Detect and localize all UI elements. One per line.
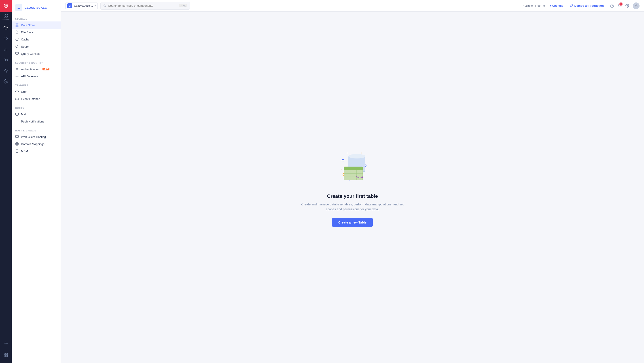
- authentication-label: Authentication: [21, 67, 39, 71]
- sidebar-item-query-console[interactable]: Query Console: [12, 50, 60, 57]
- svg-rect-15: [6, 354, 8, 355]
- sidebar-item-search[interactable]: Search: [12, 43, 60, 50]
- notify-section-label: NOTIFY: [12, 107, 60, 111]
- help-icon[interactable]: [610, 4, 614, 8]
- rail-item-services[interactable]: Services: [0, 12, 12, 22]
- svg-rect-23: [16, 52, 18, 54]
- svg-rect-45: [342, 159, 344, 161]
- rail-item-cloud[interactable]: [0, 22, 12, 33]
- svg-rect-1: [6, 14, 8, 15]
- sidebar-item-authentication[interactable]: Authentication NEW: [12, 65, 60, 73]
- svg-text:+: +: [346, 151, 348, 155]
- svg-rect-30: [16, 135, 18, 137]
- sidebar-item-mail[interactable]: Mail: [12, 111, 60, 118]
- svg-point-21: [16, 45, 18, 48]
- svg-rect-35: [16, 150, 18, 152]
- empty-state: + + ×: [294, 139, 410, 236]
- security-section-label: SECURITY & IDENTITY: [12, 62, 60, 65]
- rail-item-integrations[interactable]: [0, 54, 12, 65]
- project-chevron-icon: ▾: [94, 4, 96, 7]
- svg-rect-18: [16, 24, 18, 24]
- rail-logo: [0, 0, 12, 12]
- push-notifications-label: Push Notifications: [21, 120, 44, 123]
- svg-rect-2: [4, 16, 6, 17]
- rail-item-tools[interactable]: [0, 338, 12, 349]
- notify-section: NOTIFY Mail Push Notifications: [12, 103, 60, 126]
- search-shortcut: ⌘+K: [179, 4, 187, 7]
- cron-label: Cron: [21, 90, 27, 93]
- svg-point-39: [610, 4, 614, 7]
- authentication-new-badge: NEW: [42, 68, 50, 70]
- event-listener-label: Event Listener: [21, 97, 40, 101]
- search-label: Search: [21, 45, 30, 48]
- project-selector[interactable]: C CatalystDialer... ▾: [65, 2, 98, 9]
- mdm-label: MDM: [21, 150, 28, 153]
- sidebar-item-file-store[interactable]: File Store: [12, 29, 60, 36]
- svg-rect-20: [16, 26, 18, 26]
- svg-point-41: [627, 5, 628, 6]
- storage-section: STORAGE Data Store File Store Cache: [12, 14, 60, 58]
- search-icon: [103, 4, 106, 7]
- svg-line-38: [106, 6, 106, 7]
- search-input[interactable]: [108, 2, 177, 9]
- free-tier-text: You're on Free Tier: [523, 4, 546, 7]
- empty-state-title: Create your first table: [327, 193, 378, 199]
- triggers-section-label: TRIGGERS: [12, 84, 60, 88]
- topbar: C CatalystDialer... ▾ ⌘+K You're on Free…: [61, 0, 644, 12]
- sidebar-item-domain-mappings[interactable]: Domain Mappings: [12, 140, 60, 148]
- rail-item-settings[interactable]: [0, 76, 12, 87]
- project-avatar: C: [67, 3, 72, 8]
- svg-rect-3: [6, 16, 8, 17]
- sidebar-item-api-gateway[interactable]: API Gateway: [12, 73, 60, 80]
- svg-point-56: [348, 154, 366, 158]
- api-gateway-label: API Gateway: [21, 75, 38, 78]
- illustration: + + ×: [330, 148, 375, 188]
- svg-rect-14: [4, 354, 6, 355]
- sidebar-item-cache[interactable]: Cache: [12, 36, 60, 43]
- sidebar-item-data-store[interactable]: Data Store: [12, 21, 60, 29]
- data-store-label: Data Store: [21, 23, 35, 27]
- create-new-table-button[interactable]: Create a new Table: [332, 218, 373, 227]
- domain-mappings-label: Domain Mappings: [21, 142, 44, 146]
- web-client-hosting-label: Web Client Hosting: [21, 135, 46, 139]
- svg-point-42: [636, 4, 636, 5]
- sidebar-item-push-notifications[interactable]: Push Notifications: [12, 118, 60, 125]
- svg-text:+: +: [361, 152, 362, 155]
- main-wrapper: C CatalystDialer... ▾ ⌘+K You're on Free…: [61, 0, 644, 363]
- topbar-right: You're on Free Tier ✦ Upgrade Deploy to …: [523, 2, 640, 9]
- sidebar-item-mdm[interactable]: MDM: [12, 148, 60, 155]
- svg-point-9: [5, 343, 6, 344]
- empty-state-description: Create and manage database tables, perfo…: [299, 202, 406, 212]
- svg-line-22: [18, 47, 18, 48]
- svg-point-29: [17, 99, 18, 99]
- rail-item-grid[interactable]: [0, 350, 12, 360]
- host-manage-section: HOST & MANAGE Web Client Hosting Domain …: [12, 126, 60, 156]
- storage-section-label: STORAGE: [12, 18, 60, 21]
- sidebar-item-web-client-hosting[interactable]: Web Client Hosting: [12, 133, 60, 140]
- upgrade-button[interactable]: ✦ Upgrade: [550, 4, 563, 7]
- mail-label: Mail: [21, 113, 26, 116]
- triggers-section: TRIGGERS Cron Event Listener: [12, 81, 60, 103]
- deploy-label: Deploy to Production: [574, 4, 604, 7]
- query-console-label: Query Console: [21, 52, 40, 55]
- svg-point-8: [5, 81, 6, 82]
- notification-count: 1: [620, 2, 622, 5]
- rail-item-analytics[interactable]: [0, 44, 12, 54]
- rail-item-monitor[interactable]: [0, 65, 12, 76]
- sidebar-item-cron[interactable]: Cron: [12, 88, 60, 95]
- notifications-button[interactable]: 1: [618, 3, 622, 8]
- content-area: + + ×: [61, 12, 644, 363]
- rocket-icon: [570, 4, 573, 7]
- svg-point-7: [5, 59, 6, 60]
- deploy-button[interactable]: Deploy to Production: [567, 3, 606, 9]
- sidebar: ☁ CLOUD SCALE STORAGE Data Store File St…: [12, 0, 61, 363]
- svg-point-27: [16, 76, 18, 77]
- cloud-scale-icon: ☁: [15, 4, 22, 11]
- svg-rect-17: [6, 356, 8, 357]
- user-avatar[interactable]: [633, 2, 640, 9]
- icon-rail: Services: [0, 0, 12, 363]
- sidebar-item-event-listener[interactable]: Event Listener: [12, 95, 60, 102]
- rail-item-code[interactable]: [0, 33, 12, 44]
- global-search-bar[interactable]: ⌘+K: [100, 2, 190, 9]
- settings-icon[interactable]: [625, 4, 629, 8]
